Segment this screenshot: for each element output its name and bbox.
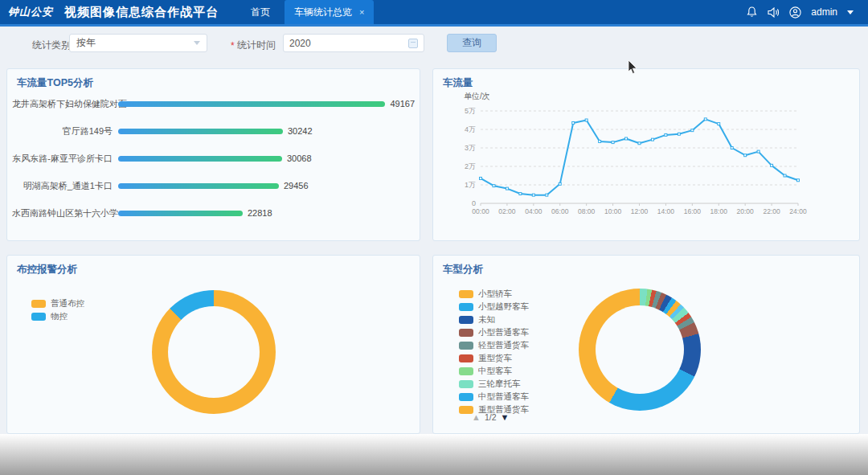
bar — [118, 156, 282, 162]
tab-close-icon[interactable]: × — [359, 7, 364, 17]
svg-text:00:00: 00:00 — [472, 207, 489, 215]
panel-title-vehicle: 车型分析 — [443, 263, 483, 276]
bar — [118, 211, 243, 216]
bar — [118, 129, 283, 134]
caret-down-icon[interactable] — [847, 10, 854, 14]
bar-value: 30068 — [287, 154, 312, 163]
app-header: 钟山公安 视频图像信息综合作战平台 首页 车辆统计总览 × admin — [0, 0, 868, 24]
svg-text:1万: 1万 — [465, 181, 476, 189]
legend-swatch — [459, 380, 473, 388]
legend-label: 小型普通客车 — [478, 327, 529, 338]
legend-label: 普通布控 — [51, 298, 84, 309]
legend-item[interactable]: 重型货车 — [459, 352, 529, 365]
legend-item[interactable]: 中型客车 — [459, 365, 529, 378]
panel-title-alarm: 布控报警分析 — [17, 263, 77, 276]
query-button[interactable]: 查询 — [447, 34, 497, 52]
legend-item[interactable]: 普通布控 — [31, 297, 84, 310]
agency-logo: 钟山公安 — [8, 5, 53, 19]
panel-title-top5: 车流量TOP5分析 — [17, 76, 93, 90]
tab-home-label: 首页 — [251, 6, 270, 19]
legend-label: 重型货车 — [478, 353, 512, 364]
flow-line-chart: 5万4万3万2万1万000:0002:0004:0006:0008:0010:0… — [433, 101, 851, 234]
legend-label: 中型客车 — [478, 366, 512, 377]
alarm-donut-hole — [168, 306, 260, 398]
svg-text:06:00: 06:00 — [551, 207, 569, 215]
vehicle-donut-hole — [596, 305, 684, 394]
tab-bar: 首页 车辆统计总览 × — [236, 0, 374, 24]
tab-home[interactable]: 首页 — [236, 0, 285, 24]
top5-bar-row: 水西南路钟山区第十六小学22818 — [12, 199, 415, 227]
legend-swatch — [459, 303, 473, 311]
legend-item[interactable]: 中型普通客车 — [459, 391, 529, 403]
panel-alarm-analysis: 布控报警分析 普通布控物控 — [6, 255, 420, 434]
legend-item[interactable]: 三轮摩托车 — [459, 378, 529, 391]
legend-label: 三轮摩托车 — [478, 379, 521, 390]
top5-bar-row: 东风东路-麻亚平诊所卡口30068 — [12, 145, 415, 172]
time-input[interactable]: 2020 — [283, 34, 424, 52]
legend-item[interactable]: 物控 — [31, 310, 84, 323]
panel-traffic-top5: 车流量TOP5分析 龙井高架桥下妇幼保健院对面49167官厅路149号30242… — [6, 68, 420, 241]
bar-value: 30242 — [288, 126, 313, 136]
legend-swatch — [459, 290, 473, 298]
legend-label: 小型轿车 — [478, 289, 512, 300]
svg-text:18:00: 18:00 — [710, 207, 728, 215]
legend-swatch — [31, 300, 46, 308]
top5-bar-chart: 龙井高架桥下妇幼保健院对面49167官厅路149号30242东风东路-麻亚平诊所… — [12, 90, 415, 227]
tab-vehicle-stats-label: 车辆统计总览 — [294, 6, 352, 19]
legend-page-label: 1/2 — [485, 412, 497, 422]
category-filter-label: 统计类别 — [32, 39, 71, 52]
header-accent-line — [0, 24, 868, 27]
bottom-fade-strip — [0, 434, 868, 475]
category-select-value: 按年 — [76, 36, 96, 50]
legend-item[interactable]: 未知 — [459, 313, 529, 326]
top5-bar-row: 龙井高架桥下妇幼保健院对面49167 — [12, 90, 415, 117]
tab-vehicle-stats[interactable]: 车辆统计总览 × — [285, 0, 374, 24]
sound-icon[interactable] — [768, 6, 780, 18]
svg-text:08:00: 08:00 — [578, 207, 596, 215]
legend-swatch — [31, 313, 46, 321]
panel-traffic-flow: 车流量 单位/次 5万4万3万2万1万000:0002:0004:0006:00… — [432, 68, 860, 241]
vehicle-donut-chart — [579, 289, 701, 411]
alarm-donut-chart — [152, 290, 276, 414]
svg-text:12:00: 12:00 — [631, 207, 649, 215]
bar-value: 49167 — [390, 99, 415, 109]
legend-swatch — [459, 367, 473, 375]
svg-text:4万: 4万 — [465, 125, 476, 133]
legend-pager: ▲ 1/2 ▼ — [472, 412, 509, 422]
svg-text:10:00: 10:00 — [604, 207, 622, 215]
svg-text:14:00: 14:00 — [657, 207, 675, 215]
legend-item[interactable]: 小型越野客车 — [459, 301, 529, 313]
y-axis-unit-label: 单位/次 — [464, 91, 490, 102]
svg-text:20:00: 20:00 — [737, 207, 755, 215]
legend-item[interactable]: 小型轿车 — [459, 288, 529, 301]
bar — [118, 183, 279, 189]
legend-item[interactable]: 轻型普通货车 — [459, 339, 529, 352]
svg-text:3万: 3万 — [465, 144, 476, 152]
legend-item[interactable]: 小型普通客车 — [459, 326, 529, 339]
panel-title-flow: 车流量 — [443, 76, 473, 90]
legend-swatch — [459, 342, 473, 350]
time-input-value: 2020 — [289, 38, 311, 49]
required-asterisk: * — [231, 40, 235, 51]
vehicle-legend: 小型轿车小型越野客车未知小型普通客车轻型普通货车重型货车中型客车三轮摩托车中型普… — [459, 288, 529, 416]
bar-label: 东风东路-麻亚平诊所卡口 — [12, 153, 118, 165]
user-avatar-icon[interactable] — [789, 6, 801, 18]
time-filter-label: 统计时间 — [237, 39, 276, 52]
username[interactable]: admin — [811, 6, 837, 18]
category-select[interactable]: 按年 — [69, 34, 207, 52]
app-window: 钟山公安 视频图像信息综合作战平台 首页 车辆统计总览 × admin — [0, 0, 868, 475]
alarm-legend: 普通布控物控 — [31, 297, 84, 323]
svg-text:2万: 2万 — [465, 162, 476, 170]
svg-text:0: 0 — [472, 199, 476, 207]
bar-value: 22818 — [248, 208, 272, 218]
header-actions: admin — [746, 0, 854, 24]
legend-swatch — [459, 316, 473, 324]
bell-icon[interactable] — [746, 6, 758, 18]
legend-page-up-icon[interactable]: ▲ — [472, 412, 481, 422]
bar-value: 29456 — [284, 181, 309, 190]
bar-label: 水西南路钟山区第十六小学 — [12, 207, 118, 219]
top5-bar-row: 官厅路149号30242 — [12, 117, 415, 145]
legend-page-down-icon[interactable]: ▼ — [501, 412, 510, 422]
legend-swatch — [459, 354, 473, 362]
legend-label: 物控 — [51, 311, 68, 322]
